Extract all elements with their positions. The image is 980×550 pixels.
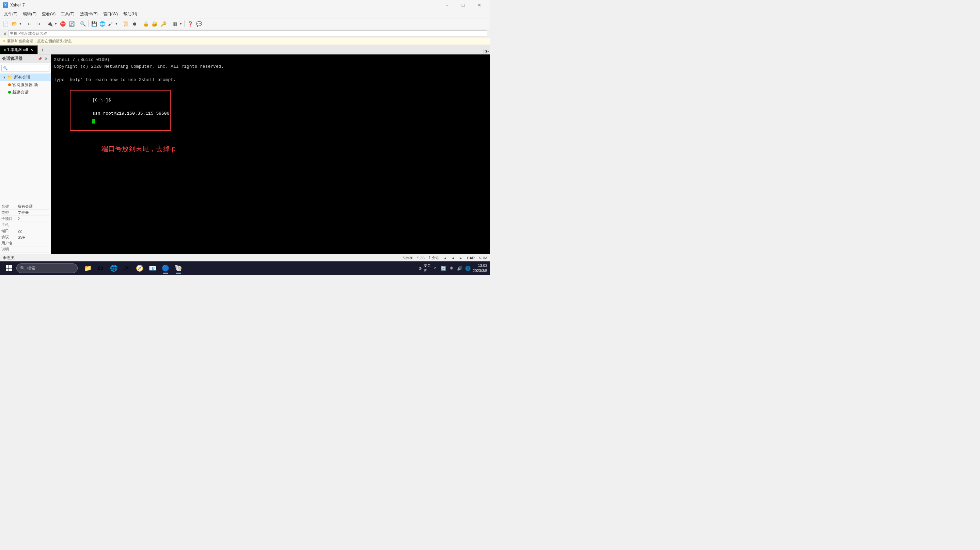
prop-children-value: 2 bbox=[18, 217, 49, 221]
folder-icon: 🗂 bbox=[98, 265, 104, 272]
address-input[interactable] bbox=[8, 30, 487, 37]
minimize-button[interactable]: − bbox=[439, 0, 455, 10]
taskbar-app-file-explorer[interactable]: 📁 bbox=[82, 262, 94, 274]
secure-button[interactable]: 🔐 bbox=[151, 20, 159, 28]
expand-icon: ▼ bbox=[3, 76, 6, 79]
menu-view[interactable]: 查看(V) bbox=[39, 11, 58, 18]
tray-speaker-icon[interactable]: 🔊 bbox=[456, 265, 463, 272]
prop-children-row: 子项目 2 bbox=[2, 216, 49, 222]
tab-dot bbox=[4, 49, 6, 51]
weather-temp: 3°C bbox=[423, 264, 430, 268]
taskbar-apps: 📁 🗂 🌐 🛍 🧭 📧 🔵 🐚 bbox=[82, 262, 185, 274]
svg-rect-3 bbox=[9, 269, 12, 271]
cursor-block bbox=[92, 119, 95, 124]
layout-button[interactable]: ▦ bbox=[170, 20, 179, 28]
separator-6 bbox=[140, 21, 140, 27]
close-button[interactable]: ✕ bbox=[472, 0, 487, 10]
edge-icon: 🌐 bbox=[110, 264, 118, 272]
reconnect-button[interactable]: 🔄 bbox=[67, 20, 76, 28]
tab-scroll-control[interactable]: ≫ bbox=[483, 49, 490, 54]
terminal-space bbox=[92, 105, 95, 110]
session-dot-green bbox=[8, 91, 11, 94]
terminal-line-2: Copyright (c) 2020 NetSarang Computer, I… bbox=[54, 63, 487, 70]
sidebar-close-button[interactable]: ✕ bbox=[43, 56, 49, 62]
tray-network-icon[interactable]: 🌐 bbox=[465, 265, 471, 272]
open-dropdown-button[interactable]: ▼ bbox=[18, 20, 22, 28]
key-button[interactable]: 🔑 bbox=[159, 20, 167, 28]
redo-button[interactable]: ↪ bbox=[34, 20, 43, 28]
tabs-bar: 1 本地Shell ✕ + ≫ bbox=[0, 45, 490, 54]
taskbar-app-store[interactable]: 🛍 bbox=[121, 262, 133, 274]
sidebar-pin-button[interactable]: 📌 bbox=[37, 56, 43, 62]
chat-button[interactable]: 💬 bbox=[195, 20, 203, 28]
taskbar-search-bar[interactable]: 🔍 搜索 bbox=[16, 264, 78, 273]
connect-button[interactable]: 🔌 bbox=[46, 20, 54, 28]
prop-username-row: 用户名 bbox=[2, 240, 49, 246]
menu-file[interactable]: 文件(F) bbox=[2, 11, 20, 18]
paint-button[interactable]: 🖌 bbox=[106, 20, 115, 28]
terminal-line-4: Type `help' to learn how to use Xshell p… bbox=[54, 76, 487, 83]
menu-window[interactable]: 窗口(W) bbox=[100, 11, 121, 18]
prop-type-label: 类型 bbox=[2, 210, 18, 215]
taskbar-app-chrome[interactable]: 🔵 bbox=[159, 262, 172, 274]
sidebar-search-input[interactable] bbox=[2, 65, 49, 72]
color-button[interactable]: 🌐 bbox=[98, 20, 106, 28]
menu-tools[interactable]: 工具(T) bbox=[58, 11, 77, 18]
new-tab-button[interactable]: + bbox=[38, 46, 47, 54]
open-group: 📂 ▼ bbox=[10, 20, 22, 28]
tray-refresh-icon: 🔄 bbox=[440, 265, 447, 272]
tip-icon: ➤ bbox=[3, 39, 6, 43]
transfer-button[interactable]: 💾 bbox=[90, 20, 98, 28]
separator-3 bbox=[77, 21, 77, 27]
toolbar: 📄 📂 ▼ ↩ ↪ 🔌 ▼ ⛔ 🔄 🔍 💾 🌐 🖌 ▼ 📜 ⏺ 🔒 🔐 🔑 ▦ … bbox=[0, 18, 490, 29]
tab-local-shell[interactable]: 1 本地Shell ✕ bbox=[0, 45, 38, 54]
layout-dropdown-button[interactable]: ▼ bbox=[179, 20, 183, 28]
sidebar: 会话管理器 📌 ✕ ▼ 📁 所有会话 官网服务器-新 bbox=[0, 54, 51, 254]
search-button[interactable]: 🔍 bbox=[79, 20, 87, 28]
terminal-prompt-line: [C:\~]$ ssh root@219.150.35.115 59500 bbox=[54, 83, 487, 138]
taskbar-app-nav[interactable]: 🧭 bbox=[134, 262, 146, 274]
system-clock[interactable]: 13:02 2023/3/5 bbox=[473, 263, 487, 273]
tab-close-button[interactable]: ✕ bbox=[29, 48, 34, 52]
record-button[interactable]: ⏺ bbox=[130, 20, 138, 28]
disconnect-button[interactable]: ⛔ bbox=[59, 20, 67, 28]
search-text: 搜索 bbox=[27, 265, 35, 271]
window-title: Xshell 7 bbox=[10, 3, 439, 8]
tree-item-official-server[interactable]: 官网服务器-新 bbox=[5, 81, 51, 89]
new-session-button[interactable]: 📄 bbox=[2, 20, 10, 28]
mail-icon: 📧 bbox=[149, 264, 156, 272]
start-button[interactable] bbox=[3, 262, 15, 274]
paint-dropdown-button[interactable]: ▼ bbox=[115, 20, 118, 28]
connect-group: 🔌 ▼ bbox=[46, 20, 58, 28]
tree-item-new-session[interactable]: 新建会话 bbox=[5, 89, 51, 96]
menu-help[interactable]: 帮助(H) bbox=[121, 11, 140, 18]
nav-icon: 🧭 bbox=[136, 264, 143, 272]
taskbar-app-xshell[interactable]: 🐚 bbox=[172, 262, 185, 274]
taskbar: 🔍 搜索 📁 🗂 🌐 🛍 🧭 📧 🔵 🐚 🌫 bbox=[0, 261, 490, 275]
taskbar-app-mail[interactable]: 📧 bbox=[146, 262, 159, 274]
open-button[interactable]: 📂 bbox=[10, 20, 18, 28]
terminal[interactable]: Xshell 7 (Build 0109) Copyright (c) 2020… bbox=[51, 54, 490, 254]
arrow-right-icon: ► bbox=[459, 256, 463, 260]
taskbar-app-folder[interactable]: 🗂 bbox=[95, 262, 107, 274]
connect-dropdown-button[interactable]: ▼ bbox=[54, 20, 58, 28]
prop-protocol-label: 协议 bbox=[2, 235, 18, 240]
prop-name-value: 所有会话 bbox=[18, 204, 49, 209]
lock-button[interactable]: 🔒 bbox=[142, 20, 150, 28]
maximize-button[interactable]: □ bbox=[455, 0, 471, 10]
menu-edit[interactable]: 编辑(E) bbox=[20, 11, 39, 18]
tree-item-label: 所有会话 bbox=[14, 75, 30, 80]
app-active-indicator-2 bbox=[176, 273, 181, 273]
arrow-left-icon: ◄ bbox=[451, 256, 455, 260]
menu-tabs[interactable]: 选项卡(B) bbox=[77, 11, 100, 18]
help-button[interactable]: ❓ bbox=[186, 20, 194, 28]
transfer-group: 💾 🌐 🖌 ▼ bbox=[90, 20, 118, 28]
tree-all-sessions[interactable]: ▼ 📁 所有会话 bbox=[0, 73, 51, 81]
undo-button[interactable]: ↩ bbox=[25, 20, 34, 28]
sidebar-search-area bbox=[0, 63, 51, 73]
taskbar-app-edge[interactable]: 🌐 bbox=[108, 262, 120, 274]
tray-expand-button[interactable]: ^ bbox=[432, 265, 439, 272]
command-box: [C:\~]$ ssh root@219.150.35.115 59500 bbox=[70, 90, 171, 131]
tray-lang-icon[interactable]: 中 bbox=[448, 265, 455, 272]
script-button[interactable]: 📜 bbox=[122, 20, 130, 28]
